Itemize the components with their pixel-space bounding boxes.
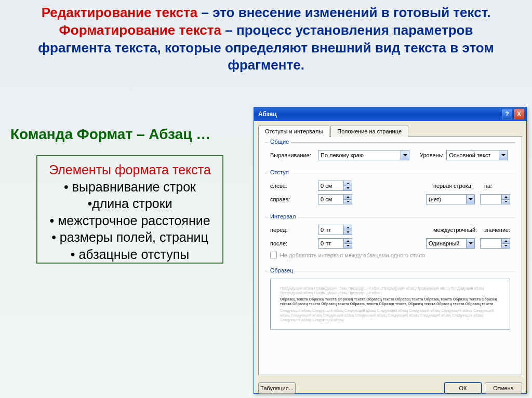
- legend-indent: Отступ: [268, 169, 291, 175]
- nospace-checkbox: [270, 252, 277, 258]
- cancel-button[interactable]: Отмена: [485, 382, 522, 394]
- paragraph-dialog: Абзац ? X Отступы и интервалы Положение …: [254, 107, 527, 394]
- preview-prev: Предыдущий абзац Предыдущий абзац Предыд…: [280, 286, 500, 295]
- left-spinner[interactable]: 0 см: [318, 181, 352, 191]
- dialog-title: Абзац: [258, 111, 277, 118]
- firstline-combo[interactable]: (нет): [426, 194, 475, 204]
- line-combo[interactable]: Одинарный: [426, 238, 475, 249]
- list-item: • размеры полей, страниц: [43, 229, 217, 246]
- legend-general: Общие: [268, 139, 291, 145]
- elements-title: Элементы формата текста: [43, 161, 217, 179]
- level-label: Уровень:: [420, 152, 443, 158]
- chevron-down-icon[interactable]: [466, 239, 474, 248]
- by-label: на:: [484, 183, 510, 189]
- legend-preview: Образец: [268, 267, 295, 273]
- nospace-label: Не добавлять интервал между абзацами одн…: [280, 252, 425, 258]
- button-row: Табуляция... ОК Отмена: [254, 379, 526, 394]
- preview-sample: Образец текста Образец текста Образец те…: [280, 297, 500, 306]
- align-label: Выравнивание:: [270, 152, 315, 158]
- spin-up-icon[interactable]: [344, 194, 352, 199]
- tab-page: Общие Выравнивание: По левому краю Урове…: [258, 136, 522, 375]
- def1-term: Редактирование текста: [42, 5, 198, 20]
- spin-up-icon[interactable]: [344, 225, 352, 230]
- close-button[interactable]: X: [514, 109, 524, 119]
- val-label: значение:: [484, 227, 510, 233]
- right-label: справа:: [270, 196, 315, 202]
- chevron-down-icon[interactable]: [499, 150, 507, 160]
- list-item: • выравнивание строк: [43, 179, 217, 196]
- group-general: Общие Выравнивание: По левому краю Урове…: [265, 142, 515, 168]
- spin-up-icon[interactable]: [344, 238, 352, 243]
- preview-next: Следующий абзац Следующий абзац Следующи…: [280, 308, 500, 322]
- line-label: междустрочный:: [433, 227, 481, 233]
- slide-heading: Редактирование текста – это внесение изм…: [0, 0, 532, 74]
- right-spinner[interactable]: 0 см: [318, 194, 352, 204]
- help-button[interactable]: ?: [502, 109, 512, 119]
- list-item: • абзацные отступы: [43, 246, 217, 263]
- list-item: • межстрочное расстояние: [43, 212, 217, 229]
- spin-up-icon[interactable]: [344, 181, 352, 186]
- tab-indents[interactable]: Отступы и интервалы: [258, 126, 329, 137]
- spin-up-icon[interactable]: [502, 194, 510, 199]
- after-label: после:: [270, 240, 315, 246]
- chevron-down-icon[interactable]: [466, 195, 474, 204]
- spin-down-icon[interactable]: [344, 199, 352, 205]
- firstline-label: первая строка:: [433, 183, 481, 189]
- spin-down-icon[interactable]: [344, 186, 352, 191]
- titlebar[interactable]: Абзац ? X: [254, 107, 526, 121]
- val-spinner[interactable]: [480, 238, 510, 249]
- group-indent: Отступ слева: 0 см первая строка: на: сп…: [265, 173, 515, 212]
- spin-down-icon[interactable]: [502, 243, 510, 249]
- before-label: перед:: [270, 227, 315, 233]
- group-spacing: Интервал перед: 0 пт междустрочный: знач…: [265, 217, 515, 266]
- level-combo[interactable]: Основной текст: [446, 150, 508, 160]
- align-combo[interactable]: По левому краю: [318, 150, 409, 160]
- after-spinner[interactable]: 0 пт: [318, 238, 352, 249]
- spin-down-icon[interactable]: [344, 243, 352, 249]
- def1-rest: – это внесение изменений в готовый текст…: [197, 5, 490, 20]
- by-spinner[interactable]: [480, 194, 510, 204]
- chevron-down-icon[interactable]: [401, 150, 409, 160]
- spin-down-icon[interactable]: [502, 199, 510, 205]
- tabs-button[interactable]: Табуляция...: [258, 382, 296, 394]
- list-item: •длина строки: [43, 195, 217, 212]
- left-label: слева:: [270, 183, 315, 189]
- spin-down-icon[interactable]: [344, 230, 352, 236]
- def2-term: Форматирование текста: [59, 22, 221, 38]
- before-spinner[interactable]: 0 пт: [318, 225, 352, 235]
- preview-box: Предыдущий абзац Предыдущий абзац Предыд…: [270, 279, 510, 330]
- group-preview: Образец Предыдущий абзац Предыдущий абза…: [265, 271, 515, 334]
- spin-up-icon[interactable]: [502, 238, 510, 243]
- tab-position[interactable]: Положение на странице: [330, 126, 408, 137]
- ok-button[interactable]: ОК: [444, 382, 482, 394]
- elements-box: Элементы формата текста • выравнивание с…: [36, 155, 223, 264]
- legend-spacing: Интервал: [268, 213, 298, 219]
